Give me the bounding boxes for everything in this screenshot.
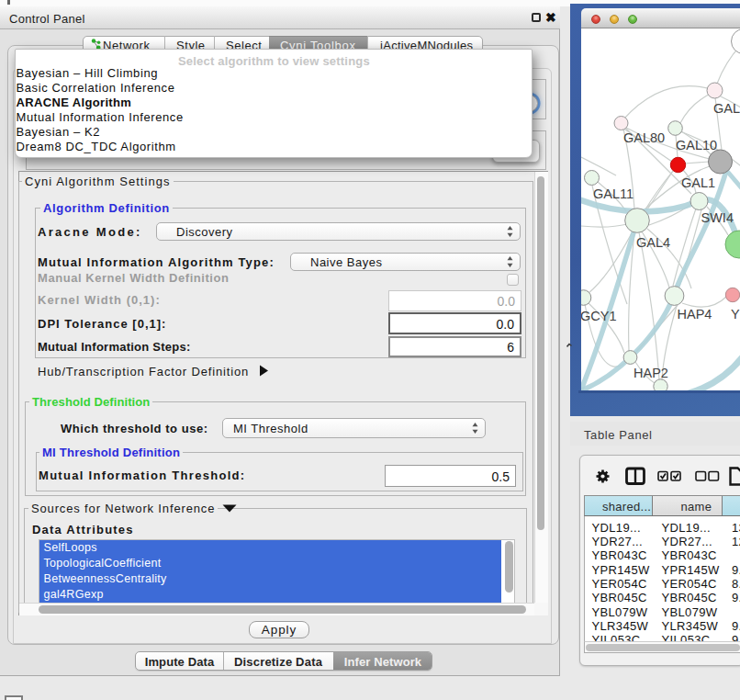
svg-text:GAL4: GAL4 [636, 235, 670, 250]
svg-text:GAL: GAL [713, 101, 740, 116]
svg-text:GAL10: GAL10 [676, 138, 717, 152]
svg-text:GAL1: GAL1 [681, 175, 715, 190]
svg-text:HAP2: HAP2 [633, 366, 668, 380]
svg-text:GAL80: GAL80 [623, 130, 665, 145]
svg-text:SWI4: SWI4 [701, 210, 734, 225]
svg-text:HAP4: HAP4 [678, 307, 712, 322]
svg-text:Y: Y [731, 307, 740, 322]
svg-text:GCY1: GCY1 [581, 309, 617, 323]
svg-text:GAL11: GAL11 [593, 186, 633, 201]
